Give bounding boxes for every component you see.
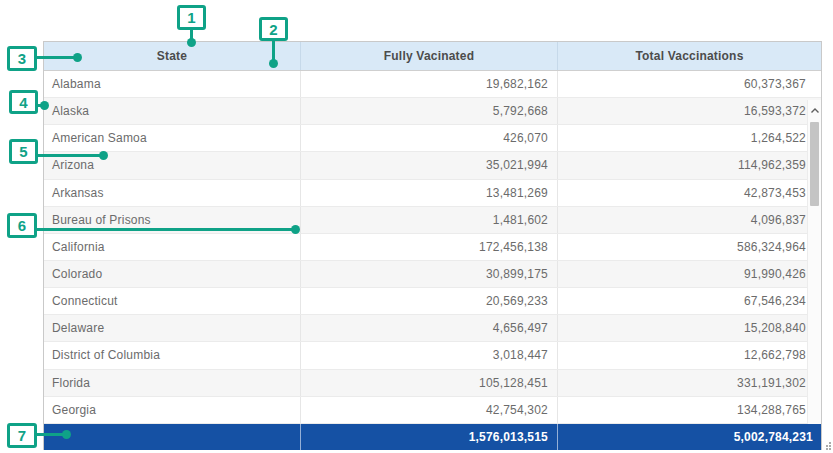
cell-state[interactable]: Alabama [44, 71, 300, 97]
cell-state[interactable]: District of Columbia [44, 342, 300, 368]
cell-total-vaccinations[interactable]: 91,990,426 [557, 261, 821, 287]
cell-state[interactable]: Connecticut [44, 288, 300, 314]
resize-grip-icon[interactable] [820, 437, 832, 449]
summary-cell-fully-vaccinated: 1,576,013,515 [300, 424, 557, 450]
cell-total-vaccinations[interactable]: 12,662,798 [557, 342, 821, 368]
callout-1-dot [187, 38, 196, 47]
cell-total-vaccinations[interactable]: 60,373,367 [557, 71, 821, 97]
cell-total-vaccinations[interactable]: 16,593,372 [557, 98, 821, 124]
cell-fully-vaccinated[interactable]: 30,899,175 [300, 261, 557, 287]
cell-state[interactable]: Arkansas [44, 180, 300, 206]
table-row[interactable]: Florida105,128,451331,191,302 [44, 370, 821, 397]
callout-6-stem [36, 228, 294, 231]
cell-total-vaccinations[interactable]: 15,208,840 [557, 315, 821, 341]
callout-5-stem [37, 154, 102, 157]
table-row[interactable]: Colorado30,899,17591,990,426 [44, 261, 821, 288]
table-row[interactable]: Georgia42,754,302134,288,765 [44, 397, 821, 424]
table-row[interactable]: Alabama19,682,16260,373,367 [44, 71, 821, 98]
cell-total-vaccinations[interactable]: 4,096,837 [557, 207, 821, 233]
cell-fully-vaccinated[interactable]: 13,481,269 [300, 180, 557, 206]
cell-total-vaccinations[interactable]: 67,546,234 [557, 288, 821, 314]
cell-total-vaccinations[interactable]: 114,962,359 [557, 152, 821, 178]
cell-state[interactable]: Delaware [44, 315, 300, 341]
cell-fully-vaccinated[interactable]: 172,456,138 [300, 234, 557, 260]
callout-6-dot [291, 225, 300, 234]
callout-2: 2 [259, 17, 288, 41]
table-body: Alabama19,682,16260,373,367Alaska5,792,6… [44, 71, 821, 424]
cell-total-vaccinations[interactable]: 586,324,964 [557, 234, 821, 260]
attribute-table: State Fully Vacinated Total Vaccinations… [43, 41, 822, 450]
column-header-state[interactable]: State [44, 42, 300, 70]
cell-fully-vaccinated[interactable]: 105,128,451 [300, 370, 557, 396]
cell-total-vaccinations[interactable]: 134,288,765 [557, 397, 821, 423]
cell-fully-vaccinated[interactable]: 3,018,447 [300, 342, 557, 368]
callout-2-dot [269, 59, 278, 68]
table-summary-row: 1,576,013,515 5,002,784,231 [44, 424, 821, 450]
cell-total-vaccinations[interactable]: 42,873,453 [557, 180, 821, 206]
scrollbar-thumb[interactable] [810, 122, 819, 206]
callout-1: 1 [177, 5, 206, 30]
cell-state[interactable]: Georgia [44, 397, 300, 423]
summary-cell-state [44, 424, 300, 450]
cell-state[interactable]: California [44, 234, 300, 260]
callout-7: 7 [7, 423, 37, 448]
callout-5-dot [99, 151, 108, 160]
vertical-scrollbar[interactable] [807, 100, 821, 424]
table-row[interactable]: Alaska5,792,66816,593,372 [44, 98, 821, 125]
table-row[interactable]: Connecticut20,569,23367,546,234 [44, 288, 821, 315]
cell-fully-vaccinated[interactable]: 5,792,668 [300, 98, 557, 124]
cell-fully-vaccinated[interactable]: 20,569,233 [300, 288, 557, 314]
table-row[interactable]: District of Columbia3,018,44712,662,798 [44, 342, 821, 369]
cell-state[interactable]: Colorado [44, 261, 300, 287]
callout-3-stem [36, 56, 76, 59]
cell-total-vaccinations[interactable]: 1,264,522 [557, 125, 821, 151]
table-row[interactable]: Arizona35,021,994114,962,359 [44, 152, 821, 179]
cell-fully-vaccinated[interactable]: 19,682,162 [300, 71, 557, 97]
summary-cell-total-vaccinations: 5,002,784,231 [557, 424, 821, 450]
cell-fully-vaccinated[interactable]: 4,656,497 [300, 315, 557, 341]
callout-6: 6 [7, 213, 37, 238]
table-row[interactable]: Delaware4,656,49715,208,840 [44, 315, 821, 342]
table-row[interactable]: American Samoa426,0701,264,522 [44, 125, 821, 152]
table-row[interactable]: California172,456,138586,324,964 [44, 234, 821, 261]
cell-fully-vaccinated[interactable]: 35,021,994 [300, 152, 557, 178]
column-header-total-vaccinations[interactable]: Total Vaccinations [557, 42, 821, 70]
scroll-up-icon[interactable] [808, 102, 821, 118]
column-header-fully-vaccinated[interactable]: Fully Vacinated [300, 42, 557, 70]
cell-fully-vaccinated[interactable]: 426,070 [300, 125, 557, 151]
callout-5: 5 [9, 139, 38, 164]
cell-fully-vaccinated[interactable]: 42,754,302 [300, 397, 557, 423]
callout-7-dot [62, 430, 71, 439]
cell-state[interactable]: Florida [44, 370, 300, 396]
callout-3: 3 [7, 46, 37, 71]
cell-state[interactable]: Alaska [44, 98, 300, 124]
callout-7-stem [36, 433, 65, 436]
callout-4-dot [40, 101, 49, 110]
table-header-row: State Fully Vacinated Total Vaccinations [44, 42, 821, 71]
cell-fully-vaccinated[interactable]: 1,481,602 [300, 207, 557, 233]
cell-total-vaccinations[interactable]: 331,191,302 [557, 370, 821, 396]
cell-state[interactable]: American Samoa [44, 125, 300, 151]
callout-3-dot [73, 53, 82, 62]
callout-2-stem [272, 40, 275, 61]
table-row[interactable]: Arkansas13,481,26942,873,453 [44, 180, 821, 207]
callout-4: 4 [9, 90, 38, 114]
